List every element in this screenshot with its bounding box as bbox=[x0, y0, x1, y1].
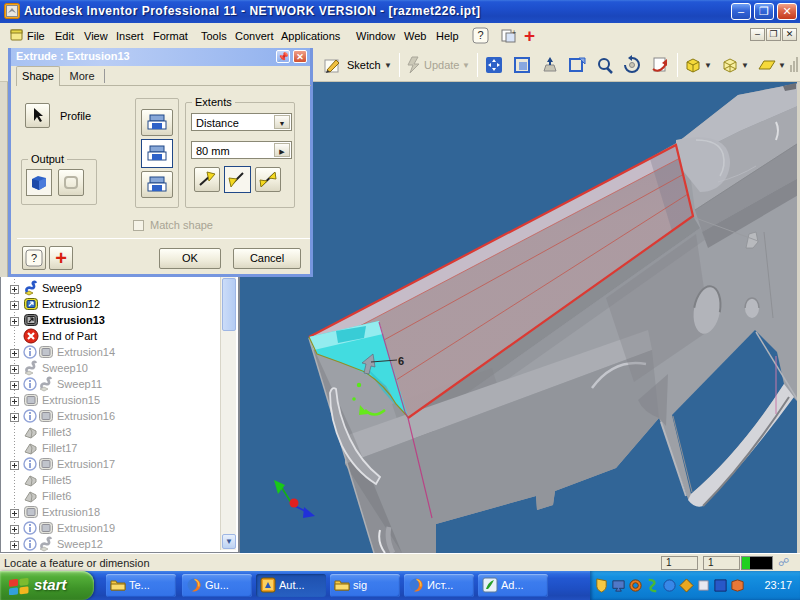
svg-text:?: ? bbox=[477, 29, 483, 41]
svg-text:6: 6 bbox=[398, 355, 404, 367]
svg-text:+: + bbox=[512, 29, 516, 36]
svg-text:?: ? bbox=[31, 252, 37, 264]
